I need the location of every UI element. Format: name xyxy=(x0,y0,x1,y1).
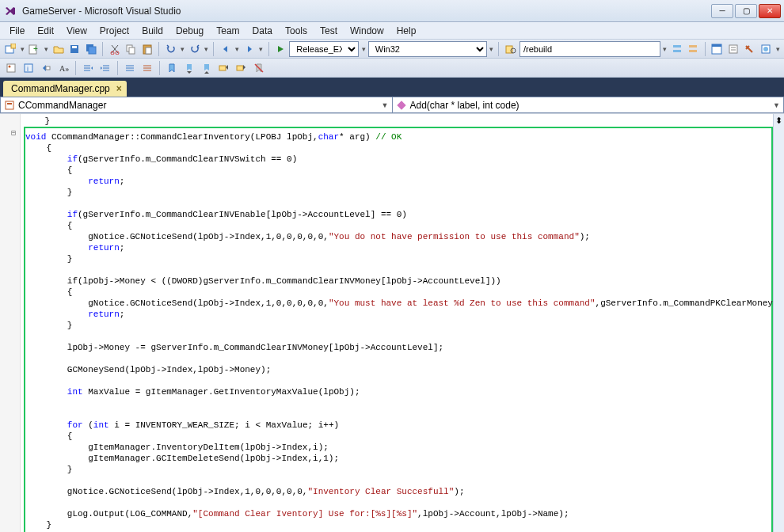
code-line xyxy=(25,375,771,386)
method-name: Add(char * label, int code) xyxy=(410,100,771,111)
close-icon[interactable]: × xyxy=(116,83,122,94)
code-text-area[interactable]: } void CCommandManager::CommandClearInve… xyxy=(21,114,773,532)
code-line: { xyxy=(25,287,771,298)
dropdown-icon[interactable]: ▾ xyxy=(234,45,240,53)
code-line: return; xyxy=(25,242,771,253)
code-line: gItemManager.GCItemDeleteSend(lpObj->Ind… xyxy=(25,453,771,464)
code-editor[interactable]: ⊟ ⬍ } void CCommandManager::CommandClear… xyxy=(0,114,784,532)
solution-config-combo[interactable]: Release_EX80. xyxy=(289,41,359,57)
menu-file[interactable]: File xyxy=(3,24,31,38)
dropdown-icon[interactable]: ▾ xyxy=(180,45,185,53)
menu-debug[interactable]: Debug xyxy=(169,24,210,38)
class-name: CCommandManager xyxy=(18,100,379,111)
document-tab-well: CommandManager.cpp × xyxy=(0,78,784,97)
parameter-info-icon[interactable] xyxy=(38,60,54,76)
code-line: if(lpObj->Money < ((DWORD)gServerInfo.m_… xyxy=(25,276,771,287)
solution-explorer-icon[interactable] xyxy=(710,41,725,57)
menu-help[interactable]: Help xyxy=(390,24,423,38)
collapse-toggle-icon[interactable]: ⊟ xyxy=(11,128,16,137)
increase-indent-icon[interactable] xyxy=(97,60,113,76)
dropdown-icon[interactable]: ▾ xyxy=(360,45,366,53)
nav-forward-icon[interactable] xyxy=(242,41,257,57)
cut-icon[interactable] xyxy=(107,41,122,57)
code-line: if(gServerInfo.m_CommandClearINVEnable[l… xyxy=(25,209,771,220)
split-icon[interactable]: ⬍ xyxy=(774,114,784,126)
paste-icon[interactable] xyxy=(140,41,155,57)
code-line: gNotice.GCNoticeSend(lpObj->Index,1,0,0,… xyxy=(25,298,771,309)
dropdown-icon[interactable]: ▾ xyxy=(662,45,668,53)
code-line xyxy=(25,497,771,508)
uncomment-selection-icon[interactable] xyxy=(139,60,155,76)
decrease-indent-icon[interactable] xyxy=(80,60,96,76)
quick-info-icon[interactable]: i xyxy=(21,60,36,76)
visual-studio-logo-icon xyxy=(3,4,17,18)
code-line: { xyxy=(25,142,771,154)
copy-icon[interactable] xyxy=(124,41,139,57)
code-line xyxy=(25,198,771,209)
minimize-button[interactable]: ─ xyxy=(711,4,733,18)
uncomment-icon[interactable] xyxy=(686,41,701,57)
method-navigator-combo[interactable]: Add(char * label, int code) ▼ xyxy=(392,97,785,113)
dropdown-icon[interactable]: ▾ xyxy=(489,45,494,53)
show-member-list-icon[interactable] xyxy=(3,60,19,76)
menu-view[interactable]: View xyxy=(60,24,93,38)
text-editor-toolbar: i A» xyxy=(0,59,784,78)
code-line: gNotice.GCNoticeSend(lpObj->Index,1,0,0,… xyxy=(25,231,771,242)
menu-data[interactable]: Data xyxy=(246,24,279,38)
code-line xyxy=(25,397,771,408)
new-project-icon[interactable] xyxy=(3,41,18,57)
tab-commandmanager-cpp[interactable]: CommandManager.cpp × xyxy=(3,81,127,97)
chevron-down-icon: ▼ xyxy=(773,101,780,109)
clear-bookmarks-icon[interactable] xyxy=(251,60,267,76)
next-bookmark-icon[interactable] xyxy=(199,60,215,76)
menu-edit[interactable]: Edit xyxy=(31,24,60,38)
menu-test[interactable]: Test xyxy=(314,24,344,38)
svg-rect-35 xyxy=(397,101,405,109)
menu-team[interactable]: Team xyxy=(210,24,245,38)
menu-project[interactable]: Project xyxy=(93,24,135,38)
tab-label: CommandManager.cpp xyxy=(11,83,110,94)
dropdown-icon[interactable]: ▾ xyxy=(44,45,49,53)
nav-back-icon[interactable] xyxy=(218,41,233,57)
prev-bookmark-icon[interactable] xyxy=(181,60,197,76)
code-line: { xyxy=(25,220,771,231)
close-button[interactable]: ✕ xyxy=(759,4,781,18)
search-box[interactable] xyxy=(519,41,660,57)
menu-build[interactable]: Build xyxy=(135,24,169,38)
dropdown-icon[interactable]: ▾ xyxy=(258,45,264,53)
menu-window[interactable]: Window xyxy=(344,24,390,38)
svg-point-26 xyxy=(9,65,11,67)
class-navigator-combo[interactable]: CCommandManager ▼ xyxy=(0,97,392,113)
toggle-bookmark-icon[interactable] xyxy=(164,60,180,76)
code-line: { xyxy=(25,165,771,176)
solution-platform-combo[interactable]: Win32 xyxy=(368,41,487,57)
comment-icon[interactable] xyxy=(669,41,684,57)
save-icon[interactable] xyxy=(67,41,82,57)
svg-rect-31 xyxy=(219,66,226,70)
toolbox-icon[interactable] xyxy=(742,41,757,57)
prev-bookmark-folder-icon[interactable] xyxy=(216,60,232,76)
maximize-button[interactable]: ▢ xyxy=(735,4,757,18)
comment-selection-icon[interactable] xyxy=(122,60,138,76)
dropdown-icon[interactable]: ▾ xyxy=(204,45,209,53)
svg-rect-13 xyxy=(146,48,151,54)
properties-icon[interactable] xyxy=(725,41,740,57)
redo-icon[interactable] xyxy=(187,41,202,57)
dropdown-icon[interactable]: ▾ xyxy=(774,45,780,53)
add-item-icon[interactable]: + xyxy=(27,41,42,57)
start-debug-icon[interactable] xyxy=(273,41,288,57)
start-page-icon[interactable] xyxy=(759,41,774,57)
svg-text:A»: A» xyxy=(59,64,69,73)
open-icon[interactable] xyxy=(51,41,66,57)
save-all-icon[interactable] xyxy=(84,41,99,57)
svg-rect-33 xyxy=(6,101,13,109)
menu-tools[interactable]: Tools xyxy=(279,24,314,38)
navigation-bar: CCommandManager ▼ Add(char * label, int … xyxy=(0,97,784,114)
dropdown-icon[interactable]: ▾ xyxy=(20,45,25,53)
undo-icon[interactable] xyxy=(163,41,178,57)
find-in-files-icon[interactable] xyxy=(503,41,518,57)
complete-word-icon[interactable]: A» xyxy=(55,60,71,76)
editor-margin-right: ⬍ xyxy=(773,114,784,532)
code-line: return; xyxy=(25,309,771,320)
next-bookmark-folder-icon[interactable] xyxy=(234,60,249,76)
